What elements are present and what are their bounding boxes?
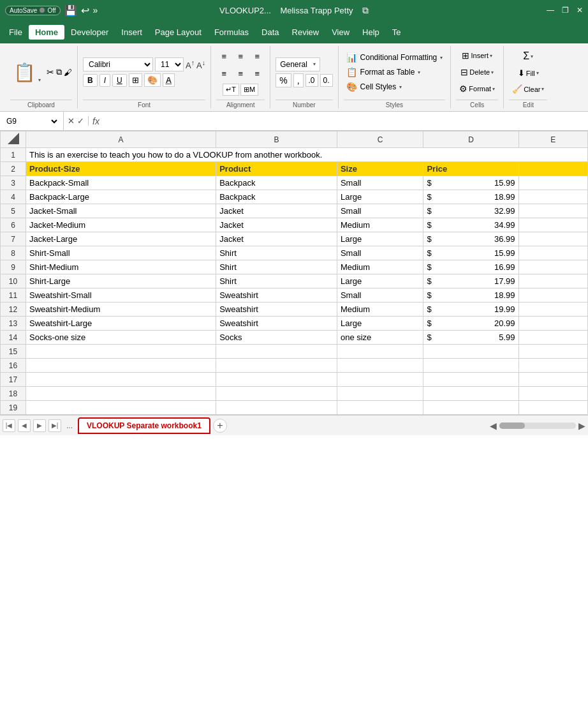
cell-b15[interactable] bbox=[216, 345, 337, 359]
cell-e4[interactable] bbox=[518, 190, 587, 204]
decrease-font-icon[interactable]: A↓ bbox=[196, 59, 205, 70]
nav-prev-btn[interactable]: ◀ bbox=[18, 419, 31, 432]
confirm-formula-btn[interactable]: ✓ bbox=[77, 116, 84, 126]
cell-d18[interactable] bbox=[423, 387, 518, 401]
menu-developer[interactable]: Developer bbox=[64, 25, 115, 40]
col-header-a[interactable]: A bbox=[26, 131, 216, 148]
menu-te[interactable]: Te bbox=[386, 25, 408, 40]
cell-c18[interactable] bbox=[337, 387, 423, 401]
cell-e5[interactable] bbox=[518, 204, 587, 218]
nav-last-btn[interactable]: ▶| bbox=[48, 419, 61, 432]
cell-c2[interactable]: Size bbox=[337, 162, 423, 176]
col-header-d[interactable]: D bbox=[423, 131, 518, 148]
cell-a13[interactable]: Sweatshirt-Large bbox=[26, 317, 216, 331]
cell-a9[interactable]: Shirt-Medium bbox=[26, 260, 216, 274]
cell-c6[interactable]: Medium bbox=[337, 218, 423, 232]
cell-d5[interactable]: $32.99 bbox=[423, 204, 518, 218]
cell-c19[interactable] bbox=[337, 401, 423, 415]
undo-icon[interactable]: ↩ bbox=[81, 4, 89, 17]
align-right-icon[interactable]: ≡ bbox=[249, 66, 265, 82]
comma-icon[interactable]: , bbox=[293, 73, 304, 87]
cell-e18[interactable] bbox=[518, 387, 587, 401]
cell-c8[interactable]: Small bbox=[337, 246, 423, 260]
cell-e9[interactable] bbox=[518, 260, 587, 274]
cell-d14[interactable]: $5.99 bbox=[423, 331, 518, 345]
cell-e8[interactable] bbox=[518, 246, 587, 260]
percent-icon[interactable]: % bbox=[276, 73, 291, 87]
save-icon[interactable]: 💾 bbox=[64, 4, 77, 17]
cell-b8[interactable]: Shirt bbox=[216, 246, 337, 260]
cell-e16[interactable] bbox=[518, 359, 587, 373]
cell-e7[interactable] bbox=[518, 232, 587, 246]
autosum-btn[interactable]: Σ ▾ bbox=[520, 49, 536, 64]
cell-d7[interactable]: $36.99 bbox=[423, 232, 518, 246]
cell-b18[interactable] bbox=[216, 387, 337, 401]
cell-d4[interactable]: $18.99 bbox=[423, 190, 518, 204]
cell-a12[interactable]: Sweatshirt-Medium bbox=[26, 303, 216, 317]
cell-b16[interactable] bbox=[216, 359, 337, 373]
cell-e17[interactable] bbox=[518, 373, 587, 387]
cell-b2[interactable]: Product bbox=[216, 162, 337, 176]
cell-d2[interactable]: Price bbox=[423, 162, 518, 176]
cell-e3[interactable] bbox=[518, 176, 587, 190]
cell-b3[interactable]: Backpack bbox=[216, 176, 337, 190]
autosave-badge[interactable]: AutoSave Off bbox=[5, 6, 61, 15]
cell-a6[interactable]: Jacket-Medium bbox=[26, 218, 216, 232]
fill-btn[interactable]: ⬇ Fill ▾ bbox=[515, 66, 542, 80]
cell-d17[interactable] bbox=[423, 373, 518, 387]
menu-review[interactable]: Review bbox=[286, 25, 326, 40]
col-header-b[interactable]: B bbox=[216, 131, 337, 148]
cell-b11[interactable]: Sweatshirt bbox=[216, 288, 337, 303]
cell-a1[interactable]: This is an exercise to teach you how to … bbox=[26, 148, 588, 162]
col-header-e[interactable]: E bbox=[518, 131, 587, 148]
cell-d12[interactable]: $19.99 bbox=[423, 303, 518, 317]
cell-d10[interactable]: $17.99 bbox=[423, 274, 518, 288]
cell-e14[interactable] bbox=[518, 331, 587, 345]
decrease-decimal-icon[interactable]: 0. bbox=[320, 74, 333, 87]
cell-b19[interactable] bbox=[216, 401, 337, 415]
cell-e2[interactable] bbox=[518, 162, 587, 176]
cell-a5[interactable]: Jacket-Small bbox=[26, 204, 216, 218]
cell-a10[interactable]: Shirt-Large bbox=[26, 274, 216, 288]
cell-d8[interactable]: $15.99 bbox=[423, 246, 518, 260]
align-top-right-icon[interactable]: ≡ bbox=[249, 49, 265, 64]
cell-c10[interactable]: Large bbox=[337, 274, 423, 288]
cell-c12[interactable]: Medium bbox=[337, 303, 423, 317]
cut-icon[interactable]: ✂ bbox=[47, 67, 54, 77]
cell-d15[interactable] bbox=[423, 345, 518, 359]
align-top-left-icon[interactable]: ≡ bbox=[216, 49, 232, 64]
cell-c7[interactable]: Large bbox=[337, 232, 423, 246]
nav-first-btn[interactable]: |◀ bbox=[3, 419, 15, 432]
cell-e10[interactable] bbox=[518, 274, 587, 288]
cell-d6[interactable]: $34.99 bbox=[423, 218, 518, 232]
menu-file[interactable]: File bbox=[3, 25, 29, 40]
cell-a14[interactable]: Socks-one size bbox=[26, 331, 216, 345]
bold-button[interactable]: B bbox=[83, 74, 98, 87]
cell-e19[interactable] bbox=[518, 401, 587, 415]
redo-icon[interactable]: » bbox=[93, 5, 98, 15]
paste-button[interactable]: 📋 ▾ bbox=[10, 60, 44, 85]
cell-c4[interactable]: Large bbox=[337, 190, 423, 204]
cell-a8[interactable]: Shirt-Small bbox=[26, 246, 216, 260]
cell-c5[interactable]: Small bbox=[337, 204, 423, 218]
cell-c15[interactable] bbox=[337, 345, 423, 359]
cell-c3[interactable]: Small bbox=[337, 176, 423, 190]
delete-cells-btn[interactable]: ⊟ Delete ▾ bbox=[457, 65, 497, 79]
cell-a15[interactable] bbox=[26, 345, 216, 359]
cell-d3[interactable]: $15.99 bbox=[423, 176, 518, 190]
copy-icon[interactable]: ⧉ bbox=[56, 67, 62, 77]
cell-a17[interactable] bbox=[26, 373, 216, 387]
cell-c14[interactable]: one size bbox=[337, 331, 423, 345]
align-center-icon[interactable]: ≡ bbox=[233, 66, 248, 82]
font-family-select[interactable]: Calibri bbox=[83, 57, 153, 71]
cell-b17[interactable] bbox=[216, 373, 337, 387]
menu-formulas[interactable]: Formulas bbox=[208, 25, 255, 40]
increase-font-icon[interactable]: A↑ bbox=[186, 59, 195, 70]
cell-c9[interactable]: Medium bbox=[337, 260, 423, 274]
menu-data[interactable]: Data bbox=[255, 25, 285, 40]
menu-home[interactable]: Home bbox=[29, 25, 64, 40]
nav-next-btn[interactable]: ▶ bbox=[33, 419, 46, 432]
format-painter-icon[interactable]: 🖌 bbox=[64, 68, 72, 77]
cell-c17[interactable] bbox=[337, 373, 423, 387]
increase-decimal-icon[interactable]: .0 bbox=[305, 74, 318, 87]
